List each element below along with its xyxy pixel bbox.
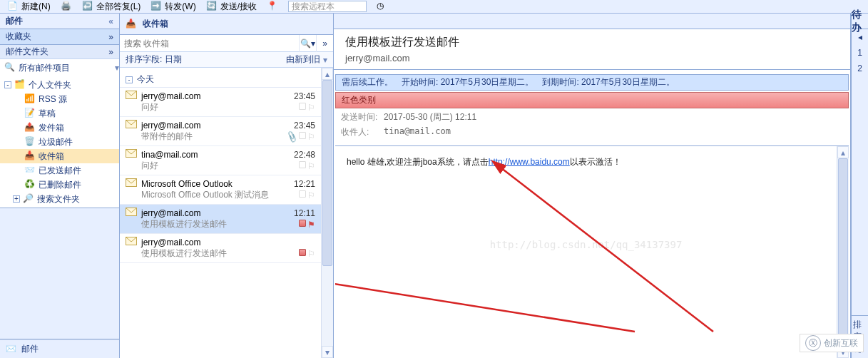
favorites-label: 收藏夹 [6, 31, 31, 43]
envelope-icon [126, 208, 137, 218]
svg-line-6 [501, 168, 713, 332]
reading-meta: 发送时间: 2017-05-30 (周二) 12:11 收件人: tina@ma… [334, 108, 850, 141]
flag-outline-icon[interactable]: ⚐ [307, 249, 315, 259]
reading-pane: 使用模板进行发送邮件 jerry@mail.com 需后续工作。 开始时间: 2… [334, 14, 851, 358]
ribbon-remnant: 📄新建(N) 🖨️ ↩️全部答复(L) ➡️转发(W) 🔄发送/接收 📍 搜索远… [0, 0, 868, 14]
message-item[interactable]: jerry@mail.com12:11使用模板进行发送邮件⚑ [120, 205, 321, 234]
search-button[interactable]: 🔍▾ [299, 35, 316, 52]
scroll-up-icon[interactable]: ▴ [322, 68, 333, 80]
envelope-icon [126, 120, 137, 131]
mail-folders-header[interactable]: 邮件文件夹 » [0, 45, 119, 59]
flag-icon[interactable]: ⚑ [307, 220, 315, 230]
search-folders[interactable]: +🔎搜索文件夹 [0, 192, 119, 206]
sort-chevron-icon[interactable]: ▾ [323, 55, 327, 65]
watermark: http://blog.csdn.net/qq_34137397 [490, 239, 683, 250]
reading-scrollbar[interactable]: ▴ ▾ [837, 146, 849, 358]
message-subject: 使用模板进行发送邮件 [141, 218, 227, 230]
rss-feeds[interactable]: 📶RSS 源 [0, 92, 119, 106]
group-today[interactable]: -今天 [120, 72, 321, 88]
message-subject: 使用模板进行发送邮件 [141, 247, 227, 260]
outbox-icon: 📤 [24, 122, 36, 133]
todo-bar[interactable]: 待办 ◂ 1 2 排序 键 [851, 14, 868, 358]
list-scrollbar[interactable]: ▴ ▾ [321, 68, 333, 358]
all-mail-items[interactable]: 🔍所有邮件项目▾ [0, 61, 119, 75]
flag-outline-icon[interactable]: ⚐ [307, 132, 315, 142]
junk-icon: 🗑️ [24, 136, 36, 148]
expand-icon[interactable]: + [13, 195, 20, 203]
search-expand-button[interactable]: » [316, 35, 333, 52]
drafts-icon: 📝 [24, 108, 36, 119]
category-red-icon [299, 220, 306, 227]
attachment-icon: 📎 [285, 130, 299, 143]
sort-header[interactable]: 排序字段: 日期 由新到旧 ▾ [120, 52, 333, 68]
message-time: 23:45 [294, 91, 315, 101]
category-red-icon [299, 249, 306, 256]
todo-digit: 1 [852, 45, 868, 61]
envelope-icon [126, 149, 137, 160]
sort-field: 排序字段: 日期 [126, 53, 182, 66]
message-from: jerry@mail.com [141, 121, 201, 131]
message-item[interactable]: jerry@mail.com使用模板进行发送邮件⚐ [120, 234, 321, 263]
collapse-icon[interactable]: - [4, 81, 11, 88]
new-label: 新建(N) [21, 1, 51, 13]
new-button[interactable]: 📄新建(N) [4, 1, 53, 13]
reading-subject: 使用模板进行发送邮件 [345, 35, 839, 50]
message-time: 12:11 [294, 208, 315, 218]
todo-header: 待办 [852, 14, 868, 29]
flag-outline-icon[interactable]: ⚐ [307, 190, 315, 200]
sent[interactable]: 📨已发送邮件 [0, 163, 119, 178]
category-empty-icon [299, 103, 306, 110]
message-subject: Microsoft Office Outlook 测试消息 [141, 189, 269, 201]
nav-mail-button[interactable]: ✉️邮件 [0, 339, 119, 358]
to-value: tina@mail.com [384, 126, 843, 138]
sent-icon: 📨 [24, 165, 36, 176]
message-list-pane: 📥收件箱 🔍▾ » 排序字段: 日期 由新到旧 ▾ -今天 jerry@mail… [120, 14, 334, 358]
todo-prev-icon[interactable]: ◂ [852, 29, 868, 45]
sort-order: 由新到旧 [286, 53, 320, 66]
scroll-down-icon[interactable]: ▾ [322, 346, 333, 358]
outbox[interactable]: 📤发件箱 [0, 121, 119, 135]
junk[interactable]: 🗑️垃圾邮件 [0, 135, 119, 149]
message-time: 22:48 [294, 150, 315, 160]
scroll-up-icon[interactable]: ▴ [837, 146, 849, 158]
todo-digit: 2 [852, 61, 868, 76]
sendreceive-label: 发送/接收 [220, 1, 257, 13]
search-input[interactable] [120, 36, 299, 51]
message-item[interactable]: jerry@mail.com23:45问好⚐ [120, 88, 321, 117]
deleted[interactable]: ♻️已删除邮件 [0, 178, 119, 192]
personal-folders[interactable]: -🗂️个人文件夹 [0, 78, 119, 92]
deleted-icon: ♻️ [24, 179, 36, 190]
sendreceive-button[interactable]: 🔄发送/接收 [203, 1, 260, 13]
search-folders-icon: 🔎 [23, 193, 34, 205]
category-bar[interactable]: 红色类别 [335, 92, 849, 108]
chevron-down-icon: » [322, 39, 327, 48]
reading-body[interactable]: hello 雄雄,欢迎注册jboa系统，请点击http://www.baidu.… [335, 146, 837, 358]
flag-outline-icon[interactable]: ⚐ [307, 161, 315, 171]
message-item[interactable]: tina@mail.com22:48问好⚐ [120, 146, 321, 175]
category-empty-icon [299, 161, 306, 168]
favorites-chevron-icon[interactable]: » [108, 32, 113, 42]
folder-title-bar: 📥收件箱 [120, 14, 333, 35]
drafts[interactable]: 📝草稿 [0, 106, 119, 121]
inbox-icon: 📥 [24, 150, 36, 162]
reply-all-button[interactable]: ↩️全部答复(L) [79, 1, 144, 13]
favorites-header[interactable]: 收藏夹 » [0, 29, 119, 45]
activation-link[interactable]: http://www.baidu.com [489, 157, 570, 167]
message-item[interactable]: Microsoft Office Outlook12:21Microsoft O… [120, 175, 321, 205]
mail-folders-label: 邮件文件夹 [6, 46, 48, 58]
inbox[interactable]: 📥收件箱 [0, 149, 119, 163]
message-item[interactable]: jerry@mail.com23:45带附件的邮件📎⚐ [120, 117, 321, 146]
rss-icon: 📶 [24, 93, 36, 105]
mail-folders-chevron-icon[interactable]: » [108, 47, 113, 57]
address-search-box[interactable]: 搜索远程本 [288, 1, 367, 12]
envelope-icon [126, 237, 137, 247]
collapse-nav-icon[interactable]: « [108, 16, 113, 26]
followup-info-bar[interactable]: 需后续工作。 开始时间: 2017年5月30日星期二。 到期时间: 2017年5… [335, 74, 849, 91]
flag-outline-icon[interactable]: ⚐ [307, 103, 315, 113]
message-from: tina@mail.com [141, 150, 198, 160]
search-icon: 🔍▾ [300, 39, 315, 48]
body-text: hello 雄雄,欢迎注册jboa系统，请点击 [347, 157, 489, 167]
forward-button[interactable]: ➡️转发(W) [148, 1, 198, 13]
message-list[interactable]: -今天 jerry@mail.com23:45问好⚐jerry@mail.com… [120, 68, 321, 358]
navigation-pane: 邮件 « 收藏夹 » 邮件文件夹 » 🔍所有邮件项目▾ -🗂️个人文件夹 📶RS… [0, 14, 120, 358]
